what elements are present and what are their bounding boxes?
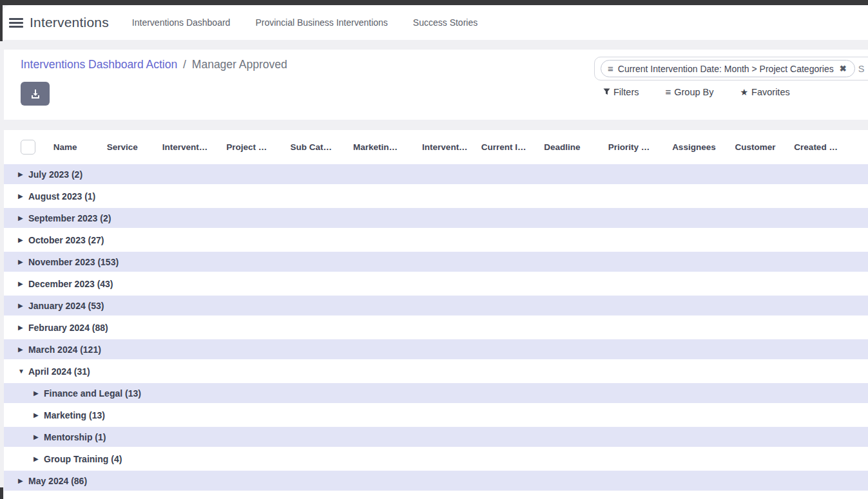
- group-caret-icon: ▶: [18, 280, 26, 287]
- group-row[interactable]: ▶ February 2024 (88): [4, 317, 868, 337]
- group-row[interactable]: ▶ Group Training (4): [4, 449, 868, 469]
- group-label: October 2023 (27): [28, 235, 104, 245]
- group-by-icon: ≡: [665, 86, 671, 97]
- column-header-name[interactable]: Name: [53, 142, 107, 152]
- filters-button[interactable]: Filters: [603, 87, 639, 97]
- search-facet: ≡ Current Intervention Date: Month > Pro…: [601, 60, 855, 77]
- select-all-checkbox[interactable]: [21, 140, 35, 155]
- search-placeholder-clipped: S: [858, 64, 865, 74]
- group-row[interactable]: ▶ Marketing (13): [4, 405, 868, 425]
- search-input[interactable]: ≡ Current Intervention Date: Month > Pro…: [594, 57, 868, 80]
- filters-label: Filters: [613, 87, 639, 97]
- column-header-created[interactable]: Created …: [794, 142, 868, 152]
- group-label: April 2024 (31): [28, 366, 90, 377]
- favorites-label: Favorites: [751, 87, 790, 97]
- group-row[interactable]: ▶ January 2024 (53): [4, 296, 868, 315]
- group-label: January 2024 (53): [28, 301, 104, 311]
- breadcrumb-current: Manager Approved: [192, 58, 287, 71]
- column-header-marketing[interactable]: Marketin…: [353, 142, 422, 152]
- group-rows: ▶ July 2023 (2) ▶ August 2023 (1) ▶ Sept…: [4, 164, 868, 491]
- select-all-cell: [21, 140, 53, 155]
- column-header-service[interactable]: Service: [107, 142, 162, 152]
- group-caret-icon: ▶: [18, 171, 26, 178]
- group-label: May 2024 (86): [28, 476, 87, 486]
- table-header-row: Name Service Intervent… Project … Sub Ca…: [4, 130, 868, 164]
- menu-item-success-stories[interactable]: Success Stories: [413, 11, 477, 34]
- group-label: July 2023 (2): [28, 169, 82, 180]
- breadcrumb: Interventions Dashboard Action / Manager…: [21, 58, 287, 71]
- group-label: February 2024 (88): [28, 323, 108, 333]
- group-caret-icon: ▶: [18, 193, 26, 200]
- group-label: December 2023 (43): [28, 279, 113, 289]
- group-row[interactable]: ▶ August 2023 (1): [4, 186, 868, 206]
- group-row[interactable]: ▶ October 2023 (27): [4, 230, 868, 250]
- favorites-button[interactable]: ★ Favorites: [740, 87, 790, 97]
- group-label: Group Training (4): [44, 454, 122, 464]
- group-label: Mentorship (1): [44, 432, 106, 442]
- group-by-button[interactable]: ≡ Group By: [665, 86, 713, 97]
- group-by-label: Group By: [674, 87, 713, 97]
- group-caret-icon: ▶: [18, 258, 26, 265]
- menu-item-interventions-dashboard[interactable]: Interventions Dashboard: [132, 11, 231, 34]
- group-row[interactable]: ▶ November 2023 (153): [4, 252, 868, 272]
- group-row[interactable]: ▶ Mentorship (1): [4, 427, 868, 447]
- group-caret-icon: ▶: [18, 302, 26, 309]
- breadcrumb-separator: /: [183, 58, 186, 71]
- group-label: November 2023 (153): [28, 257, 119, 267]
- group-row[interactable]: ▶ December 2023 (43): [4, 274, 868, 294]
- star-icon: ★: [740, 87, 749, 97]
- search-controls: Filters ≡ Group By ★ Favorites: [603, 86, 816, 97]
- column-header-project[interactable]: Project …: [226, 142, 290, 152]
- group-label: September 2023 (2): [28, 213, 111, 223]
- group-row[interactable]: ▶ Finance and Legal (13): [4, 383, 868, 403]
- group-caret-icon: ▶: [18, 236, 26, 243]
- group-by-facet-icon: ≡: [601, 63, 618, 74]
- group-label: March 2024 (121): [28, 344, 101, 355]
- group-caret-icon: ▶: [34, 455, 42, 462]
- control-panel: Interventions Dashboard Action / Manager…: [4, 50, 868, 120]
- menu-item-provincial-business-interventions[interactable]: Provincial Business Interventions: [255, 11, 387, 34]
- group-caret-icon: ▶: [34, 411, 42, 419]
- group-row[interactable]: ▶ May 2024 (86): [4, 471, 868, 491]
- group-row[interactable]: ▼ April 2024 (31): [4, 361, 868, 381]
- group-caret-icon: ▶: [34, 433, 42, 440]
- group-row[interactable]: ▶ March 2024 (121): [4, 339, 868, 359]
- group-caret-icon: ▼: [18, 368, 26, 375]
- top-navbar: Interventions Interventions Dashboard Pr…: [3, 5, 868, 40]
- column-header-sub-category[interactable]: Sub Cat…: [291, 142, 353, 152]
- window-chrome-notch: [0, 487, 3, 499]
- column-header-intervention-2[interactable]: Intervent…: [422, 142, 481, 152]
- group-caret-icon: ▶: [18, 346, 26, 353]
- group-caret-icon: ▶: [18, 477, 26, 484]
- column-header-intervention-1[interactable]: Intervent…: [162, 142, 226, 152]
- filter-funnel-icon: [603, 88, 610, 95]
- column-header-customer[interactable]: Customer: [735, 142, 795, 152]
- group-row[interactable]: ▶ September 2023 (2): [4, 208, 868, 228]
- facet-label: Current Intervention Date: Month > Proje…: [618, 64, 834, 74]
- breadcrumb-parent-link[interactable]: Interventions Dashboard Action: [21, 58, 177, 71]
- column-header-assignees[interactable]: Assignees: [672, 142, 735, 152]
- app-title[interactable]: Interventions: [30, 15, 109, 30]
- main-menu: Interventions Dashboard Provincial Busin…: [132, 11, 503, 34]
- download-icon: [30, 89, 41, 99]
- apps-menu-icon[interactable]: [9, 16, 23, 30]
- facet-remove-icon[interactable]: ✖: [834, 64, 852, 73]
- group-label: Finance and Legal (13): [44, 388, 141, 399]
- export-download-button[interactable]: [21, 82, 50, 106]
- group-caret-icon: ▶: [34, 390, 42, 397]
- group-label: Marketing (13): [44, 410, 105, 420]
- column-header-priority[interactable]: Priority …: [608, 142, 672, 152]
- window-chrome-top: [0, 0, 868, 5]
- group-caret-icon: ▶: [18, 214, 26, 221]
- column-header-current-intervention[interactable]: Current I…: [481, 142, 544, 152]
- group-row[interactable]: ▶ July 2023 (2): [4, 164, 868, 184]
- group-label: August 2023 (1): [28, 191, 95, 202]
- group-caret-icon: ▶: [18, 324, 26, 331]
- window-chrome-left: [0, 0, 3, 41]
- column-header-deadline[interactable]: Deadline: [544, 142, 608, 152]
- list-view: Name Service Intervent… Project … Sub Ca…: [4, 130, 868, 499]
